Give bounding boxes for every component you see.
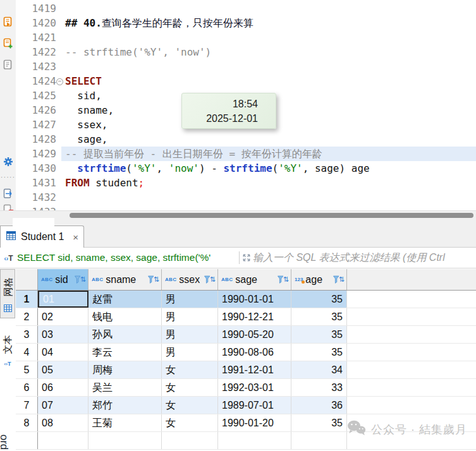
gear-icon[interactable]: [0, 154, 16, 169]
grid-cell[interactable]: 36: [291, 397, 347, 414]
column-label: age: [305, 274, 330, 286]
line-number: 1432: [16, 190, 61, 205]
new-script-icon[interactable]: [0, 35, 16, 51]
code-text: [61, 30, 476, 45]
fold-collapse-icon[interactable]: –: [56, 78, 63, 85]
column-header-sid[interactable]: ABCsid⇅: [38, 269, 88, 290]
row-number[interactable]: 4: [16, 344, 38, 361]
grid-cell[interactable]: 34: [291, 361, 347, 378]
row-number[interactable]: 8: [16, 414, 38, 431]
grid-cell[interactable]: 1990-05-20: [218, 326, 291, 343]
grid-cell[interactable]: 1990-08-06: [218, 344, 291, 361]
grid-cell[interactable]: 1991-12-01: [218, 361, 291, 378]
drag-handle-dots: ·····: [0, 170, 16, 185]
grid-cell[interactable]: 男: [162, 308, 218, 325]
grid-cell[interactable]: 35: [291, 344, 347, 361]
column-header-ssex[interactable]: ABCssex⇅: [162, 269, 218, 290]
results-panel: Student 1 × ‹›T SELECT sid, sname, ssex,…: [0, 222, 476, 451]
grid-cell[interactable]: 07: [38, 397, 88, 414]
text-type-icon: ABC: [221, 277, 233, 282]
grid-cell[interactable]: 1990-12-21: [218, 308, 291, 325]
filter-sort-icon[interactable]: ⇅: [75, 275, 86, 284]
line-number: 1427: [16, 117, 61, 132]
tab-student-1[interactable]: Student 1 ×: [0, 226, 84, 248]
svg-text:!: !: [10, 209, 12, 210]
filter-input[interactable]: 输入一个 SQL 表达式来过滤结果 (使用 Ctrl: [253, 251, 476, 265]
row-number[interactable]: 7: [16, 397, 38, 414]
column-label: sage: [235, 274, 275, 286]
grid-cell[interactable]: 35: [291, 291, 347, 308]
grid-cell[interactable]: 钱电: [88, 308, 162, 325]
grid-cell[interactable]: 02: [38, 308, 88, 325]
column-header-age[interactable]: 123age⇅: [291, 269, 347, 290]
grid-cell[interactable]: 吴兰: [88, 379, 162, 396]
grid-cell[interactable]: 郑竹: [88, 397, 162, 414]
filter-sort-icon[interactable]: ⇅: [148, 275, 159, 284]
grid-cell[interactable]: 1992-03-01: [218, 379, 291, 396]
grid-cell[interactable]: 李云: [88, 344, 162, 361]
line-number: 1425: [16, 88, 61, 103]
grid-cell[interactable]: 35: [291, 326, 347, 343]
column-header-sname[interactable]: ABCsname⇅: [88, 269, 162, 290]
grid-cell: [38, 432, 88, 449]
line-number: 1430: [16, 161, 61, 176]
line-number: 1431: [16, 176, 61, 190]
tooltip-date: 2025-12-01: [182, 111, 258, 126]
filter-sort-icon[interactable]: ⇅: [204, 275, 216, 284]
text-type-icon: ABC: [165, 277, 176, 282]
filter-sort-icon[interactable]: ⇅: [333, 275, 345, 284]
grid-cell[interactable]: 孙风: [88, 326, 162, 343]
horizontal-scrollbar[interactable]: [70, 213, 473, 218]
grid-cell[interactable]: 男: [162, 291, 218, 308]
table-row: 303孙风男1990-05-2035: [16, 326, 476, 344]
grid-cell[interactable]: 1989-07-01: [218, 397, 291, 414]
grid-cell[interactable]: 女: [162, 361, 218, 378]
grid-cell[interactable]: 女: [162, 414, 218, 431]
grid-cell[interactable]: 06: [38, 379, 88, 396]
execute-script-icon[interactable]: [0, 14, 16, 29]
view-tab-grid[interactable]: 网格: [0, 269, 15, 318]
code-text: [61, 1, 476, 16]
grid-cell[interactable]: 08: [38, 414, 88, 431]
grid-cell[interactable]: 35: [291, 308, 347, 325]
export-result-icon[interactable]: [0, 186, 16, 201]
line-number: 1433: [16, 205, 61, 210]
view-tab-text[interactable]: 文本 ‹›T: [0, 327, 15, 371]
grid-cell[interactable]: 男: [162, 344, 218, 361]
grid-cell[interactable]: 女: [162, 379, 218, 396]
text-view-icon: ‹›T: [0, 357, 15, 368]
editor-results-divider[interactable]: [0, 210, 476, 223]
column-header-sage[interactable]: ABCsage⇅: [218, 269, 291, 290]
result-query-text: SELECT sid, sname, ssex, sage, strftime(…: [17, 252, 238, 263]
code-line: 1432: [16, 190, 476, 205]
grid-cell[interactable]: 女: [162, 397, 218, 414]
line-number: 1422: [16, 45, 61, 59]
row-number[interactable]: 5: [16, 361, 38, 378]
grid-cell[interactable]: 男: [162, 326, 218, 343]
row-number[interactable]: 3: [16, 326, 38, 343]
filter-sort-icon[interactable]: ⇅: [278, 275, 289, 284]
expand-filter-icon[interactable]: [242, 253, 251, 262]
script-template-icon[interactable]: [0, 57, 16, 72]
row-number[interactable]: 1: [16, 291, 38, 308]
grid-cell[interactable]: 赵雷: [88, 291, 162, 308]
grid-cell[interactable]: 03: [38, 326, 88, 343]
row-number[interactable]: 2: [16, 308, 38, 325]
grid-cell[interactable]: 04: [38, 344, 88, 361]
code-text: sage,: [61, 132, 476, 147]
table-row: 707郑竹女1989-07-0136: [16, 397, 476, 414]
grid-cell[interactable]: 王菊: [88, 414, 162, 431]
grid-cell[interactable]: 1990-01-20: [218, 414, 291, 431]
code-line: 1423: [16, 59, 476, 74]
grid-cell[interactable]: 01: [38, 291, 88, 308]
column-label: sid: [55, 274, 72, 286]
grid-cell[interactable]: 35: [291, 414, 347, 431]
grid-cell[interactable]: 05: [38, 361, 88, 378]
close-icon[interactable]: ×: [73, 232, 78, 243]
grid-cell[interactable]: 33: [291, 379, 347, 396]
doc-error-icon[interactable]: !: [0, 201, 16, 210]
grid-cell[interactable]: 1990-01-01: [218, 291, 291, 308]
row-number[interactable]: 6: [16, 379, 38, 396]
grid-corner[interactable]: [16, 269, 38, 290]
grid-cell[interactable]: 周梅: [88, 361, 162, 378]
